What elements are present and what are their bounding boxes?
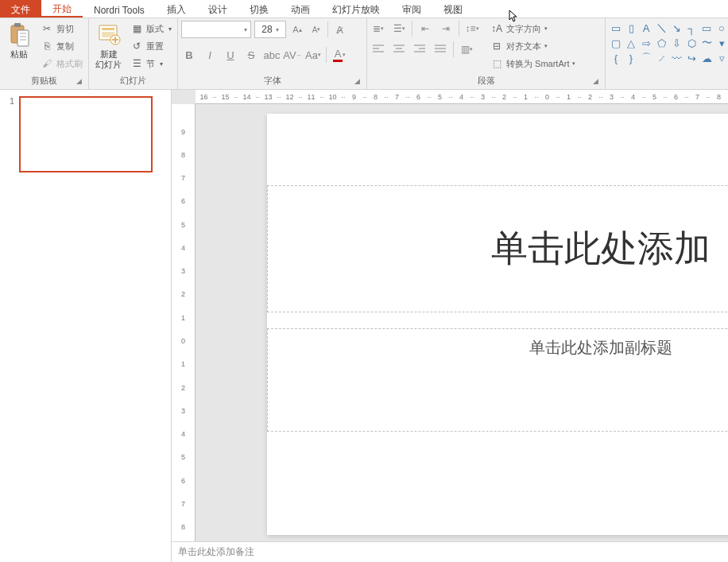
clipboard-dialog-launcher[interactable]: ◢ [76,77,86,87]
new-slide-button[interactable]: 新建 幻灯片 [92,21,125,72]
shape-turn-icon[interactable]: ↪ [684,51,699,65]
shape-vtext-icon[interactable]: ▯ [624,21,638,35]
tab-file[interactable]: 文件 [0,0,41,17]
shape-rbrace-icon[interactable]: } [624,51,638,65]
shape-star-icon[interactable]: ⬠ [654,36,668,50]
tab-nordri[interactable]: Nordri Tools [83,0,156,17]
group-clipboard: 粘贴 ✂剪切 ⎘复制 🖌格式刷 剪贴板 ◢ [0,18,89,89]
tab-review[interactable]: 审阅 [391,0,432,17]
strike-button[interactable]: S [243,46,259,64]
align-text-icon: ⊟ [490,40,503,52]
align-center-button[interactable] [391,41,407,57]
tab-home[interactable]: 开始 [41,0,83,17]
shape-free-icon[interactable]: ⟋ [654,51,668,65]
inc-indent-button[interactable]: ⇥ [438,21,454,37]
shrink-font-button[interactable]: A▾ [308,21,324,38]
shape-wave-icon[interactable]: 〰 [669,51,683,65]
shape-darrow-icon[interactable]: ⇩ [669,36,683,50]
copy-button[interactable]: ⎘复制 [38,38,85,54]
shape-arrow-icon[interactable]: ↘ [669,21,683,35]
title-placeholder[interactable]: 单击此处添加 [267,185,728,312]
format-painter-button[interactable]: 🖌格式刷 [38,56,85,72]
shape-rarrow-icon[interactable]: ⇨ [639,36,653,50]
shape-rect-icon[interactable]: ▭ [699,21,714,35]
tab-design[interactable]: 设计 [197,0,238,17]
char-spacing-button[interactable]: AV↔ [285,46,300,64]
numbering-button[interactable]: ☰▾ [391,21,407,37]
shape-triangle-icon[interactable]: △ [624,36,638,50]
thumbnail-item[interactable]: 1 [5,96,166,172]
paragraph-dialog-launcher[interactable]: ◢ [593,77,602,87]
font-size-select[interactable]: 28▾ [254,21,286,38]
line-spacing-button[interactable]: ↕≡▾ [464,21,480,37]
change-case-button[interactable]: Aa▾ [305,46,321,64]
smartart-icon: ⬚ [490,57,503,70]
new-slide-label: 新建 幻灯片 [95,49,122,70]
slide-thumbnails-panel[interactable]: 1 [0,90,172,562]
scissors-icon: ✂ [41,22,53,35]
subtitle-placeholder[interactable]: 单击此处添加副标题 [267,328,728,432]
shape-textbox-icon[interactable]: ▭ [609,21,623,35]
columns-button[interactable]: ▥▾ [459,41,474,57]
dec-indent-button[interactable]: ⇤ [417,21,433,37]
reset-button[interactable]: ↺重置 [128,38,174,54]
svg-rect-2 [17,30,29,46]
shape-line-icon[interactable]: ＼ [654,21,668,35]
shape-lbrace-icon[interactable]: { [609,51,623,65]
tab-transition[interactable]: 切换 [238,0,280,17]
tab-view[interactable]: 视图 [432,0,474,17]
shape-scroll-icon[interactable]: ▿ [714,51,728,65]
shape-text-icon[interactable]: A [639,21,653,35]
workspace: 1 16·15·14·13·12·11·10·9·8·7·6·5·4·3·2·1… [0,90,728,562]
section-icon: ☰ [130,57,143,70]
shape-arc-icon[interactable]: ⌒ [639,51,653,65]
shadow-button[interactable]: abc [264,46,280,64]
bullets-button[interactable]: ≣▾ [370,21,386,37]
font-color-button[interactable]: A▾ [331,46,347,64]
tab-insert[interactable]: 插入 [156,0,197,17]
shapes-gallery[interactable]: ▭ ▯ A ＼ ↘ ┐ ▭ ○ ▢ △ ⇨ ⬠ ⇩ ⬡ 〜 ▾ { } ⌒ ⟋ [609,21,728,65]
font-dialog-launcher[interactable]: ◢ [354,77,364,87]
group-label-drawing [609,76,723,89]
horizontal-ruler[interactable]: 16·15·14·13·12·11·10·9·8·7·6·5·4·3·2·1·0… [196,90,728,104]
align-text-button[interactable]: ⊟对齐文本▾ [488,38,578,54]
smartart-button[interactable]: ⬚转换为 SmartArt▾ [488,56,578,72]
slide-canvas[interactable]: 单击此处添加 单击此处添加副标题 [267,114,728,535]
section-button[interactable]: ☰节▾ [128,56,174,72]
justify-button[interactable] [432,41,448,57]
group-label-paragraph: 段落 [370,73,602,89]
layout-icon: ▦ [130,22,143,35]
divider [453,41,454,57]
clear-format-button[interactable]: A̷ [331,21,347,38]
vertical-ruler[interactable]: 9876543210123456789 [172,104,196,562]
italic-button[interactable]: I [202,46,218,64]
shape-hex-icon[interactable]: ⬡ [684,36,699,50]
shape-connector-icon[interactable]: ┐ [684,21,699,35]
notes-bar[interactable]: 单击此处添加备注 [172,541,728,562]
shape-oval-icon[interactable]: ○ [714,21,728,35]
align-right-button[interactable] [412,41,428,57]
group-paragraph: ≣▾ ☰▾ ⇤ ⇥ ↕≡▾ [367,18,606,89]
grow-font-button[interactable]: A▴ [289,21,305,38]
text-direction-button[interactable]: ↕A文字方向▾ [488,21,578,37]
cut-button[interactable]: ✂剪切 [38,21,85,37]
shape-curve-icon[interactable]: 〜 [699,36,714,50]
tab-slideshow[interactable]: 幻灯片放映 [321,0,391,17]
align-left-button[interactable] [370,41,386,57]
slide-thumbnail[interactable] [19,96,153,172]
copy-icon: ⎘ [41,40,53,52]
divider [459,21,459,37]
shape-roundrect-icon[interactable]: ▢ [609,36,623,50]
tab-animation[interactable]: 动画 [280,0,321,17]
shape-more-icon[interactable]: ▾ [714,36,728,50]
group-label-clipboard: 剪贴板 [3,73,85,89]
new-slide-icon [96,22,122,48]
paste-button[interactable]: 粘贴 [3,21,35,61]
underline-button[interactable]: U [223,46,238,64]
font-name-select[interactable]: ▾ [181,21,251,38]
layout-button[interactable]: ▦版式▾ [128,21,174,37]
group-slides: 新建 幻灯片 ▦版式▾ ↺重置 ☰节▾ 幻灯片 [89,18,178,89]
shape-cloud-icon[interactable]: ☁ [699,51,714,65]
paste-icon [6,22,32,48]
bold-button[interactable]: B [181,46,197,64]
